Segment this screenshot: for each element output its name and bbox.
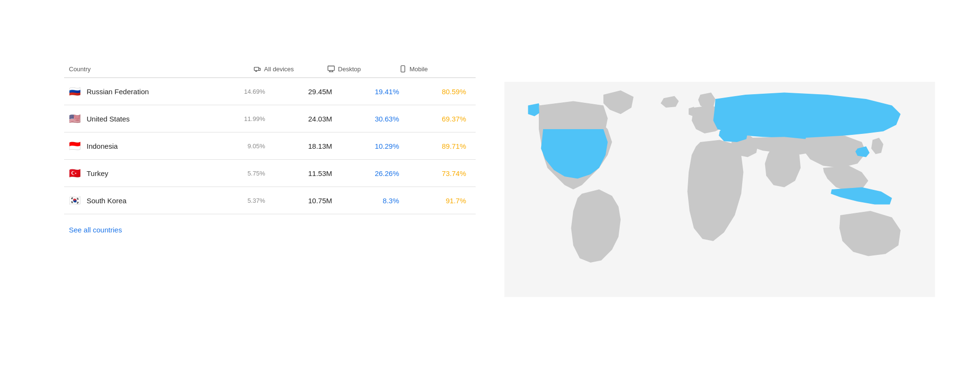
country-table-section: Country All devices	[64, 60, 476, 234]
world-map-section	[504, 60, 935, 314]
table-row: 🇮🇩 Indonesia 9.05% 18.13M 10.29% 89.71%	[64, 132, 476, 160]
country-name: Turkey	[87, 169, 108, 177]
header-country: Country	[64, 66, 227, 73]
header-mobile: Mobile	[361, 65, 428, 73]
mobile-icon	[399, 65, 407, 73]
country-flag: 🇺🇸	[69, 114, 81, 123]
svg-point-9	[402, 71, 403, 71]
share-percentage: 9.05%	[227, 143, 265, 150]
country-name: South Korea	[87, 197, 126, 205]
table-row: 🇹🇷 Turkey 5.75% 11.53M 26.26% 73.74%	[64, 160, 476, 187]
country-flag: 🇰🇷	[69, 196, 81, 205]
table-header: Country All devices	[64, 60, 476, 78]
country-name: Russian Federation	[87, 88, 149, 96]
share-percentage: 5.37%	[227, 197, 265, 204]
mobile-value: 91.7%	[399, 197, 466, 205]
country-flag: 🇮🇩	[69, 141, 81, 151]
desktop-value: 26.26%	[332, 169, 399, 177]
share-percentage: 5.75%	[227, 170, 265, 177]
table-row: 🇺🇸 United States 11.99% 24.03M 30.63% 69…	[64, 105, 476, 132]
country-flag: 🇷🇺	[69, 87, 81, 96]
main-container: Country All devices	[35, 41, 945, 333]
desktop-value: 19.41%	[332, 88, 399, 96]
all-devices-value: 29.45M	[265, 88, 332, 96]
desktop-icon	[327, 65, 335, 73]
mobile-value: 80.59%	[399, 88, 466, 96]
mobile-value: 73.74%	[399, 169, 466, 177]
header-desktop: Desktop	[294, 65, 361, 73]
all-devices-value: 24.03M	[265, 115, 332, 123]
all-devices-icon	[254, 65, 261, 73]
share-percentage: 11.99%	[227, 115, 265, 122]
table-body: 🇷🇺 Russian Federation 14.69% 29.45M 19.4…	[64, 78, 476, 214]
country-cell: 🇰🇷 South Korea	[64, 196, 227, 205]
desktop-value: 8.3%	[332, 197, 399, 205]
table-row: 🇷🇺 Russian Federation 14.69% 29.45M 19.4…	[64, 78, 476, 105]
country-cell: 🇺🇸 United States	[64, 114, 227, 123]
desktop-value: 10.29%	[332, 142, 399, 150]
mobile-value: 89.71%	[399, 142, 466, 150]
share-percentage: 14.69%	[227, 88, 265, 95]
svg-rect-0	[254, 67, 258, 71]
all-devices-value: 11.53M	[265, 169, 332, 177]
all-devices-value: 18.13M	[265, 142, 332, 150]
country-flag: 🇹🇷	[69, 168, 81, 178]
world-map-svg	[504, 65, 935, 314]
country-cell: 🇷🇺 Russian Federation	[64, 87, 227, 96]
header-all-devices: All devices	[227, 65, 294, 73]
mobile-value: 69.37%	[399, 115, 466, 123]
world-map-container	[504, 65, 935, 314]
see-all-countries-link[interactable]: See all countries	[69, 226, 122, 234]
svg-rect-3	[328, 66, 334, 70]
country-name: Indonesia	[87, 142, 118, 150]
country-cell: 🇮🇩 Indonesia	[64, 141, 227, 151]
canada	[539, 101, 608, 130]
all-devices-value: 10.75M	[265, 197, 332, 205]
desktop-value: 30.63%	[332, 115, 399, 123]
table-row: 🇰🇷 South Korea 5.37% 10.75M 8.3% 91.7%	[64, 187, 476, 214]
country-name: United States	[87, 115, 130, 123]
country-cell: 🇹🇷 Turkey	[64, 168, 227, 178]
